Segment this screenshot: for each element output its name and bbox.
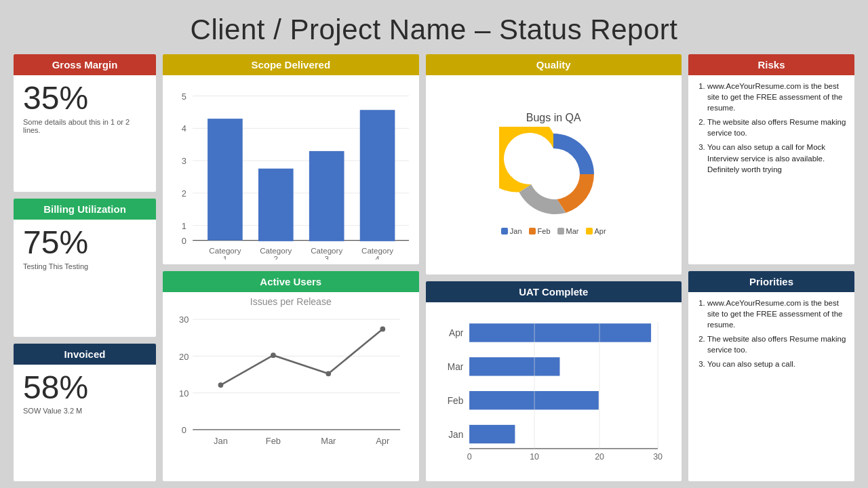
svg-rect-43	[469, 425, 515, 443]
uat-header: UAT Complete	[426, 281, 682, 302]
priorities-item-2: The website also offers Resume making se…	[707, 333, 848, 355]
svg-text:0: 0	[182, 425, 186, 435]
legend-apr: Apr	[586, 227, 606, 235]
invoiced-header: Invoiced	[14, 344, 156, 365]
svg-text:1: 1	[223, 254, 227, 260]
svg-rect-14	[309, 151, 344, 241]
billing-desc: Testing This Testing	[23, 262, 88, 270]
svg-rect-15	[360, 110, 395, 241]
svg-text:3: 3	[182, 156, 186, 166]
svg-text:30: 30	[179, 314, 189, 325]
legend-jan: Jan	[501, 227, 522, 235]
charts-column: Scope Delivered 5 4 3 2 1 0	[163, 54, 419, 481]
billing-body: 75% Testing This Testing	[14, 220, 156, 276]
svg-text:Mar: Mar	[321, 436, 336, 446]
gross-margin-value: 35%	[23, 81, 88, 117]
svg-text:30: 30	[653, 452, 663, 462]
svg-point-33	[271, 352, 276, 358]
priorities-header: Priorities	[688, 271, 854, 292]
svg-rect-40	[469, 323, 651, 342]
risks-item-2: The website also offers Resume making se…	[707, 117, 848, 138]
legend-feb-label: Feb	[538, 227, 551, 235]
svg-text:20: 20	[179, 352, 189, 362]
svg-text:Apr: Apr	[376, 436, 390, 446]
priorities-card: Priorities www.AceYourResume.com is the …	[688, 271, 854, 481]
svg-text:10: 10	[179, 388, 189, 399]
priorities-item-1: www.AceYourResume.com is the best site t…	[707, 298, 848, 330]
svg-text:1: 1	[182, 221, 186, 231]
risks-header: Risks	[688, 54, 854, 75]
svg-text:10: 10	[530, 452, 539, 462]
svg-text:0: 0	[182, 236, 186, 246]
gross-margin-desc: Some details about this in 1 or 2 lines.	[23, 118, 146, 134]
svg-text:2: 2	[182, 188, 186, 199]
scope-body: 5 4 3 2 1 0	[163, 75, 419, 262]
quality-column: Quality Bugs in QA	[426, 54, 682, 481]
legend-jan-dot	[501, 228, 508, 235]
scope-chart-svg: 5 4 3 2 1 0	[168, 79, 414, 260]
dashboard-grid: Gross Margin 35% Some details about this…	[14, 54, 854, 481]
page: Client / Project Name – Status Report Gr…	[0, 0, 868, 488]
svg-text:Jan: Jan	[448, 429, 463, 439]
risks-body: www.AceYourResume.com is the best site t…	[688, 75, 854, 184]
svg-text:Apr: Apr	[449, 328, 464, 338]
active-users-body: Issues per Release 30 20 10 0	[163, 292, 419, 479]
risks-column: Risks www.AceYourResume.com is the best …	[688, 54, 854, 481]
donut-legend: Jan Feb Mar Apr	[501, 227, 606, 235]
invoiced-desc: SOW Value 3.2 M	[23, 407, 82, 415]
quality-body: Bugs in QA	[426, 75, 682, 272]
risks-item-1: www.AceYourResume.com is the best site t…	[707, 81, 848, 113]
billing-header: Billing Utilization	[14, 199, 156, 220]
risks-list: www.AceYourResume.com is the best site t…	[695, 81, 848, 175]
uat-body: Apr Mar Feb Jan 0 10 20 30	[426, 302, 682, 479]
uat-chart-svg: Apr Mar Feb Jan 0 10 20 30	[431, 306, 677, 476]
svg-text:20: 20	[595, 452, 604, 462]
svg-text:2: 2	[274, 254, 278, 260]
uat-card: UAT Complete	[426, 281, 682, 481]
risks-item-3: You can also setup a call for Mock Inter…	[707, 142, 848, 174]
svg-text:5: 5	[182, 92, 186, 102]
svg-text:Feb: Feb	[266, 436, 281, 446]
gross-margin-header: Gross Margin	[14, 54, 156, 75]
billing-value: 75%	[23, 225, 88, 261]
invoiced-card: Invoiced 58% SOW Value 3.2 M	[14, 344, 156, 481]
priorities-list: www.AceYourResume.com is the best site t…	[695, 298, 848, 370]
legend-mar-label: Mar	[566, 227, 579, 235]
svg-rect-41	[469, 357, 559, 375]
billing-card: Billing Utilization 75% Testing This Tes…	[14, 199, 156, 336]
svg-rect-42	[469, 391, 599, 409]
priorities-body: www.AceYourResume.com is the best site t…	[688, 292, 854, 379]
svg-text:4: 4	[182, 123, 186, 134]
svg-text:0: 0	[467, 452, 471, 462]
svg-text:Mar: Mar	[447, 362, 463, 372]
active-users-card: Active Users Issues per Release 30 20 10…	[163, 271, 419, 481]
issues-chart-title: Issues per Release	[168, 296, 414, 307]
page-title: Client / Project Name – Status Report	[14, 7, 854, 54]
legend-mar-dot	[557, 228, 564, 235]
donut-chart-svg	[499, 127, 608, 222]
legend-jan-label: Jan	[510, 227, 522, 235]
issues-chart-svg: 30 20 10 0	[168, 308, 414, 462]
quality-card: Quality Bugs in QA	[426, 54, 682, 274]
svg-text:Jan: Jan	[214, 436, 228, 446]
svg-rect-12	[208, 119, 243, 240]
scope-header: Scope Delivered	[163, 54, 419, 75]
active-users-header: Active Users	[163, 271, 419, 292]
uat-title: UAT Complete	[519, 286, 588, 298]
invoiced-body: 58% SOW Value 3.2 M	[14, 365, 156, 421]
svg-point-34	[326, 371, 331, 376]
svg-point-32	[218, 382, 224, 388]
svg-text:3: 3	[324, 254, 328, 260]
svg-text:Feb: Feb	[447, 395, 463, 405]
legend-feb: Feb	[529, 227, 551, 235]
bugs-in-qa-title: Bugs in QA	[526, 112, 581, 124]
svg-rect-13	[258, 169, 294, 241]
legend-apr-dot	[586, 228, 593, 235]
metrics-column: Gross Margin 35% Some details about this…	[14, 54, 156, 481]
svg-point-35	[380, 327, 385, 332]
scope-card: Scope Delivered 5 4 3 2 1 0	[163, 54, 419, 264]
gross-margin-card: Gross Margin 35% Some details about this…	[14, 54, 156, 192]
quality-header: Quality	[426, 54, 682, 75]
legend-feb-dot	[529, 228, 536, 235]
invoiced-value: 58%	[23, 370, 88, 406]
